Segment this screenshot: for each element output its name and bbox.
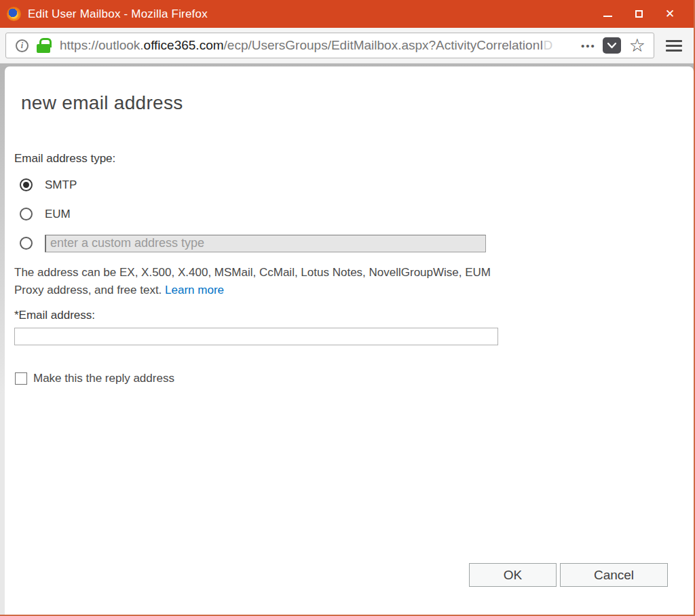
dialog-buttons: OK Cancel	[469, 563, 668, 587]
email-address-input[interactable]	[14, 328, 498, 345]
navigation-bar: i https://outlook.office365.com/ecp/User…	[0, 28, 694, 64]
reply-address-checkbox[interactable]	[15, 372, 27, 385]
dialog-panel: new email address Email address type: SM…	[5, 66, 694, 615]
url-domain: office365.com	[144, 38, 224, 52]
pocket-icon[interactable]	[603, 37, 621, 54]
url-path-faded: D	[544, 38, 553, 52]
firefox-icon	[7, 7, 21, 21]
description-line2: Proxy address, and free text.	[14, 284, 165, 296]
ok-button[interactable]: OK	[469, 563, 557, 587]
pocket-chevron-icon	[607, 43, 616, 49]
radio-row-eum[interactable]: EUM	[14, 204, 694, 224]
title-bar: Edit User Mailbox - Mozilla Firefox ✕	[0, 0, 694, 28]
close-icon: ✕	[665, 8, 675, 20]
learn-more-link[interactable]: Learn more	[165, 284, 224, 296]
maximize-button[interactable]	[623, 0, 654, 28]
reply-address-row[interactable]: Make this the reply address	[14, 372, 694, 385]
minimize-button[interactable]	[592, 0, 623, 28]
url-scheme: https://outlook.	[60, 38, 144, 52]
url-bar[interactable]: i https://outlook.office365.com/ecp/User…	[5, 33, 654, 58]
url-path: /ecp/UsersGroups/EditMailbox.aspx?Activi…	[224, 38, 544, 52]
window-controls: ✕	[592, 0, 685, 28]
reply-address-label: Make this the reply address	[33, 372, 174, 385]
maximize-icon	[635, 10, 643, 18]
cancel-button[interactable]: Cancel	[560, 563, 668, 587]
https-lock-icon[interactable]	[37, 38, 50, 53]
page-title: new email address	[21, 92, 694, 114]
email-address-label: *Email address:	[14, 309, 694, 322]
hamburger-menu-icon[interactable]	[660, 40, 688, 52]
site-info-icon[interactable]: i	[16, 39, 29, 52]
address-type-description: The address can be EX, X.500, X.400, MSM…	[14, 264, 694, 299]
page-background: new email address Email address type: SM…	[0, 64, 694, 615]
custom-address-type-input[interactable]	[45, 235, 486, 252]
radio-custom[interactable]	[20, 237, 33, 250]
radio-eum[interactable]	[20, 208, 33, 220]
address-type-label: Email address type:	[14, 152, 694, 166]
address-text[interactable]: https://outlook.office365.com/ecp/UsersG…	[60, 38, 577, 53]
minimize-icon	[603, 16, 612, 17]
radio-row-smtp[interactable]: SMTP	[14, 175, 694, 195]
description-line1: The address can be EX, X.500, X.400, MSM…	[14, 266, 491, 279]
close-button[interactable]: ✕	[654, 0, 685, 28]
window-title: Edit User Mailbox - Mozilla Firefox	[28, 7, 208, 21]
firefox-window: Edit User Mailbox - Mozilla Firefox ✕ i …	[0, 0, 695, 616]
radio-eum-label: EUM	[45, 208, 71, 221]
bookmark-star-icon[interactable]: ☆	[629, 37, 645, 55]
email-address-form: Email address type: SMTP EUM The address…	[14, 152, 694, 385]
radio-smtp-label: SMTP	[45, 178, 77, 192]
radio-row-custom[interactable]	[14, 233, 694, 253]
page-actions-icon[interactable]: •••	[581, 40, 596, 52]
radio-smtp[interactable]	[20, 178, 33, 191]
